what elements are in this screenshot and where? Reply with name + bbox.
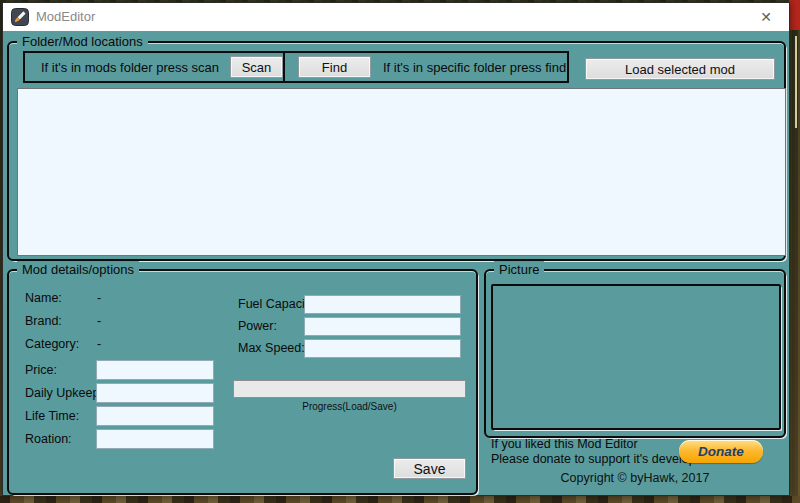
max-speed-input[interactable] [304,339,461,358]
close-button[interactable]: ✕ [745,3,787,31]
titlebar[interactable]: ModEditor ✕ [3,3,789,31]
folder-mod-locations-group: Folder/Mod locations If it's in mods fol… [7,41,786,261]
donate-button[interactable]: Donate [679,440,763,463]
category-value: - [97,337,101,351]
fuel-capacity-input[interactable] [304,295,461,314]
find-hint-label: If it's in specific folder press find [383,60,566,75]
scan-cell: If it's in mods folder press scan Scan [25,53,283,81]
scan-find-panel: If it's in mods folder press scan Scan F… [23,51,569,83]
desktop-background-red-object [789,0,800,30]
copyright-text: Copyright © byHawk, 2017 [484,471,786,485]
desktop-background-grass [0,496,800,503]
price-input[interactable] [96,360,214,380]
modeditor-window: ModEditor ✕ Folder/Mod locations If it's… [2,2,790,496]
life-time-label: Life Time: [25,409,79,423]
load-selected-mod-button[interactable]: Load selected mod [585,58,775,80]
desktop-background-pole [795,36,797,128]
daily-upkeep-input[interactable] [96,383,214,403]
price-label: Price: [25,363,57,377]
name-label: Name: [25,291,62,305]
donate-text-line1: If you liked this Mod Editor [491,437,638,451]
picture-group-title: Picture [494,261,544,279]
mod-details-group: Mod details/options Name: - Brand: - Cat… [7,269,478,495]
name-value: - [97,291,101,305]
power-label: Power: [238,319,277,333]
find-button[interactable]: Find [298,56,371,78]
life-time-input[interactable] [96,406,214,426]
brand-label: Brand: [25,314,62,328]
close-icon: ✕ [760,9,772,25]
scan-hint-label: If it's in mods folder press scan [41,60,219,75]
roation-label: Roation: [25,432,72,446]
max-speed-label: Max Speed: [238,341,305,355]
save-button[interactable]: Save [393,458,466,479]
roation-input[interactable] [96,429,214,449]
mod-list[interactable] [17,88,786,256]
find-cell: Find If it's in specific folder press fi… [285,53,567,81]
donate-text-line2: Please donate to support it's developer [491,452,707,466]
category-label: Category: [25,337,79,351]
brand-value: - [97,314,101,328]
picture-box [491,284,781,430]
daily-upkeep-label: Daily Upkeep: [25,386,103,400]
progress-bar [233,380,466,398]
folder-group-title: Folder/Mod locations [17,33,148,51]
scan-button[interactable]: Scan [230,56,283,78]
window-title: ModEditor [36,3,95,31]
picture-group: Picture [484,269,786,438]
details-group-title: Mod details/options [17,261,139,279]
progress-label: Progress(Load/Save) [233,401,466,412]
power-input[interactable] [304,317,461,336]
edit-pencil-icon [11,8,29,26]
